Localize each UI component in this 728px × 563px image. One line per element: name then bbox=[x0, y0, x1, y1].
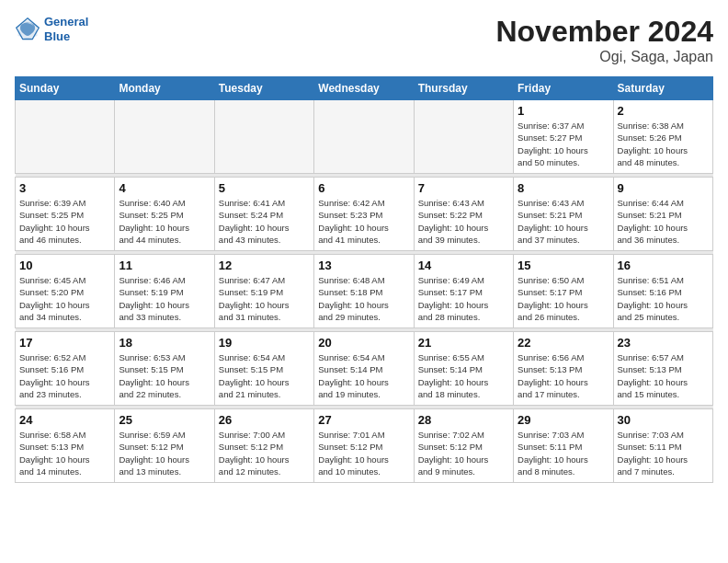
day-info: Sunrise: 6:57 AM Sunset: 5:13 PM Dayligh… bbox=[618, 351, 709, 400]
day-info: Sunrise: 6:40 AM Sunset: 5:25 PM Dayligh… bbox=[119, 197, 210, 246]
day-number: 18 bbox=[119, 336, 210, 350]
location-title: Ogi, Saga, Japan bbox=[495, 49, 713, 65]
calendar-cell bbox=[314, 100, 414, 174]
day-info: Sunrise: 7:01 AM Sunset: 5:12 PM Dayligh… bbox=[318, 429, 409, 477]
calendar-week-row: 24Sunrise: 6:58 AM Sunset: 5:13 PM Dayli… bbox=[16, 409, 713, 483]
title-block: November 2024 Ogi, Saga, Japan bbox=[495, 15, 713, 65]
day-info: Sunrise: 6:39 AM Sunset: 5:25 PM Dayligh… bbox=[19, 197, 110, 246]
weekday-header-sunday: Sunday bbox=[16, 77, 115, 100]
calendar-cell: 15Sunrise: 6:50 AM Sunset: 5:17 PM Dayli… bbox=[514, 255, 613, 328]
day-number: 3 bbox=[19, 181, 110, 195]
day-number: 12 bbox=[219, 259, 310, 272]
day-info: Sunrise: 6:45 AM Sunset: 5:20 PM Dayligh… bbox=[19, 274, 110, 323]
calendar-cell: 16Sunrise: 6:51 AM Sunset: 5:16 PM Dayli… bbox=[613, 255, 712, 328]
day-info: Sunrise: 7:02 AM Sunset: 5:12 PM Dayligh… bbox=[418, 429, 509, 477]
logo-line2: Blue bbox=[44, 29, 88, 44]
day-number: 11 bbox=[119, 259, 210, 272]
calendar-cell bbox=[16, 100, 115, 174]
day-info: Sunrise: 6:46 AM Sunset: 5:19 PM Dayligh… bbox=[119, 274, 210, 323]
day-number: 9 bbox=[618, 181, 709, 195]
day-number: 25 bbox=[119, 413, 210, 427]
calendar-cell: 19Sunrise: 6:54 AM Sunset: 5:15 PM Dayli… bbox=[214, 332, 313, 406]
calendar-week-row: 1Sunrise: 6:37 AM Sunset: 5:27 PM Daylig… bbox=[16, 100, 713, 174]
day-info: Sunrise: 6:50 AM Sunset: 5:17 PM Dayligh… bbox=[518, 274, 609, 323]
day-info: Sunrise: 6:53 AM Sunset: 5:15 PM Dayligh… bbox=[119, 351, 210, 400]
calendar-cell: 6Sunrise: 6:42 AM Sunset: 5:23 PM Daylig… bbox=[314, 178, 414, 251]
day-number: 26 bbox=[219, 413, 310, 427]
day-info: Sunrise: 6:37 AM Sunset: 5:27 PM Dayligh… bbox=[518, 120, 609, 168]
calendar-cell: 30Sunrise: 7:03 AM Sunset: 5:11 PM Dayli… bbox=[613, 409, 712, 483]
day-info: Sunrise: 6:54 AM Sunset: 5:15 PM Dayligh… bbox=[219, 351, 310, 400]
day-info: Sunrise: 6:43 AM Sunset: 5:21 PM Dayligh… bbox=[518, 197, 609, 246]
calendar-cell: 24Sunrise: 6:58 AM Sunset: 5:13 PM Dayli… bbox=[16, 409, 115, 483]
weekday-header-wednesday: Wednesday bbox=[314, 77, 414, 100]
day-info: Sunrise: 7:00 AM Sunset: 5:12 PM Dayligh… bbox=[219, 429, 310, 477]
calendar-cell: 4Sunrise: 6:40 AM Sunset: 5:25 PM Daylig… bbox=[115, 178, 214, 251]
calendar-cell: 8Sunrise: 6:43 AM Sunset: 5:21 PM Daylig… bbox=[514, 178, 613, 251]
calendar-cell bbox=[115, 100, 214, 174]
day-number: 27 bbox=[318, 413, 409, 427]
day-info: Sunrise: 7:03 AM Sunset: 5:11 PM Dayligh… bbox=[618, 429, 709, 477]
day-number: 16 bbox=[618, 259, 709, 272]
day-number: 24 bbox=[19, 413, 110, 427]
page-header: General Blue November 2024 Ogi, Saga, Ja… bbox=[15, 15, 713, 65]
calendar-cell: 3Sunrise: 6:39 AM Sunset: 5:25 PM Daylig… bbox=[16, 178, 115, 251]
calendar-cell: 11Sunrise: 6:46 AM Sunset: 5:19 PM Dayli… bbox=[115, 255, 214, 328]
calendar-cell: 10Sunrise: 6:45 AM Sunset: 5:20 PM Dayli… bbox=[16, 255, 115, 328]
day-number: 1 bbox=[518, 104, 609, 118]
day-info: Sunrise: 6:38 AM Sunset: 5:26 PM Dayligh… bbox=[618, 120, 709, 168]
calendar-cell: 1Sunrise: 6:37 AM Sunset: 5:27 PM Daylig… bbox=[514, 100, 613, 174]
month-title: November 2024 bbox=[495, 15, 713, 49]
day-info: Sunrise: 7:03 AM Sunset: 5:11 PM Dayligh… bbox=[518, 429, 609, 477]
calendar-cell: 12Sunrise: 6:47 AM Sunset: 5:19 PM Dayli… bbox=[214, 255, 313, 328]
weekday-header-thursday: Thursday bbox=[414, 77, 513, 100]
day-number: 10 bbox=[19, 259, 110, 272]
calendar-cell: 2Sunrise: 6:38 AM Sunset: 5:26 PM Daylig… bbox=[613, 100, 712, 174]
day-number: 13 bbox=[318, 259, 409, 272]
day-number: 19 bbox=[219, 336, 310, 350]
day-number: 2 bbox=[618, 104, 709, 118]
day-info: Sunrise: 6:56 AM Sunset: 5:13 PM Dayligh… bbox=[518, 351, 609, 400]
day-info: Sunrise: 6:43 AM Sunset: 5:22 PM Dayligh… bbox=[418, 197, 509, 246]
day-number: 22 bbox=[518, 336, 609, 350]
calendar-cell bbox=[214, 100, 313, 174]
day-info: Sunrise: 6:54 AM Sunset: 5:14 PM Dayligh… bbox=[318, 351, 409, 400]
weekday-header-row: SundayMondayTuesdayWednesdayThursdayFrid… bbox=[16, 77, 713, 100]
calendar-cell: 5Sunrise: 6:41 AM Sunset: 5:24 PM Daylig… bbox=[214, 178, 313, 251]
day-info: Sunrise: 6:51 AM Sunset: 5:16 PM Dayligh… bbox=[618, 274, 709, 323]
day-info: Sunrise: 6:41 AM Sunset: 5:24 PM Dayligh… bbox=[219, 197, 310, 246]
calendar-cell: 21Sunrise: 6:55 AM Sunset: 5:14 PM Dayli… bbox=[414, 332, 513, 406]
calendar-cell: 28Sunrise: 7:02 AM Sunset: 5:12 PM Dayli… bbox=[414, 409, 513, 483]
day-info: Sunrise: 6:47 AM Sunset: 5:19 PM Dayligh… bbox=[219, 274, 310, 323]
day-number: 20 bbox=[318, 336, 409, 350]
calendar-cell: 27Sunrise: 7:01 AM Sunset: 5:12 PM Dayli… bbox=[314, 409, 414, 483]
day-number: 4 bbox=[119, 181, 210, 195]
logo-text: General Blue bbox=[44, 15, 88, 43]
calendar-cell bbox=[414, 100, 513, 174]
day-number: 5 bbox=[219, 181, 310, 195]
calendar-table: SundayMondayTuesdayWednesdayThursdayFrid… bbox=[15, 76, 713, 483]
calendar-cell: 26Sunrise: 7:00 AM Sunset: 5:12 PM Dayli… bbox=[214, 409, 313, 483]
calendar-week-row: 17Sunrise: 6:52 AM Sunset: 5:16 PM Dayli… bbox=[16, 332, 713, 406]
calendar-week-row: 10Sunrise: 6:45 AM Sunset: 5:20 PM Dayli… bbox=[16, 255, 713, 328]
calendar-cell: 13Sunrise: 6:48 AM Sunset: 5:18 PM Dayli… bbox=[314, 255, 414, 328]
day-number: 17 bbox=[19, 336, 110, 350]
calendar-week-row: 3Sunrise: 6:39 AM Sunset: 5:25 PM Daylig… bbox=[16, 178, 713, 251]
calendar-cell: 14Sunrise: 6:49 AM Sunset: 5:17 PM Dayli… bbox=[414, 255, 513, 328]
day-info: Sunrise: 6:42 AM Sunset: 5:23 PM Dayligh… bbox=[318, 197, 409, 246]
calendar-cell: 18Sunrise: 6:53 AM Sunset: 5:15 PM Dayli… bbox=[115, 332, 214, 406]
calendar-cell: 29Sunrise: 7:03 AM Sunset: 5:11 PM Dayli… bbox=[514, 409, 613, 483]
calendar-cell: 22Sunrise: 6:56 AM Sunset: 5:13 PM Dayli… bbox=[514, 332, 613, 406]
day-number: 7 bbox=[418, 181, 509, 195]
logo: General Blue bbox=[15, 15, 88, 43]
day-number: 29 bbox=[518, 413, 609, 427]
calendar-cell: 23Sunrise: 6:57 AM Sunset: 5:13 PM Dayli… bbox=[613, 332, 712, 406]
weekday-header-friday: Friday bbox=[514, 77, 613, 100]
day-number: 14 bbox=[418, 259, 509, 272]
calendar-cell: 9Sunrise: 6:44 AM Sunset: 5:21 PM Daylig… bbox=[613, 178, 712, 251]
day-number: 21 bbox=[418, 336, 509, 350]
day-number: 23 bbox=[618, 336, 709, 350]
day-number: 6 bbox=[318, 181, 409, 195]
calendar-cell: 7Sunrise: 6:43 AM Sunset: 5:22 PM Daylig… bbox=[414, 178, 513, 251]
logo-icon bbox=[15, 17, 40, 42]
